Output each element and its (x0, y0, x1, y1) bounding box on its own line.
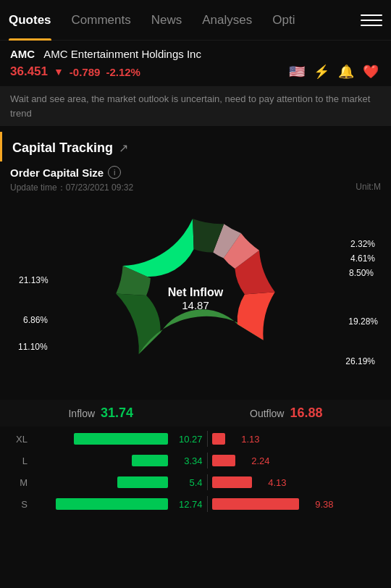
stock-action-icons: 🇺🇸 ⚡ 🔔 ❤️ (287, 62, 381, 82)
bar-row: XL 10.27 1.13 (10, 431, 381, 447)
bar-row: L 3.34 2.24 (10, 453, 381, 469)
bar-divider (207, 474, 208, 490)
donut-chart-svg (87, 197, 304, 400)
bar-right-area: 2.24 (212, 455, 382, 466)
stock-price: 36.451 (10, 64, 48, 79)
pct-label-850: 8.50% (349, 268, 374, 278)
outflow-value: 16.88 (290, 406, 322, 421)
tab-quotes[interactable]: Quotes (9, 0, 62, 41)
pct-label-2619: 26.19% (345, 356, 375, 366)
bar-left-area: 5.4 (33, 476, 203, 488)
price-arrow: ▼ (54, 66, 64, 77)
tab-news[interactable]: News (141, 0, 193, 41)
bar-left-area: 12.74 (33, 498, 203, 510)
lightning-icon[interactable]: ⚡ (311, 62, 332, 82)
stock-info: AMC AMC Entertainment Holdings Inc 36.45… (0, 41, 391, 86)
flag-icon[interactable]: 🇺🇸 (287, 62, 307, 82)
pct-label-686: 6.86% (23, 315, 48, 325)
price-change: -0.789 (70, 66, 101, 78)
bar-fill-green (132, 455, 168, 466)
info-icon[interactable]: i (108, 166, 121, 179)
bar-right-area: 9.38 (212, 498, 382, 510)
pct-label-461: 4.61% (350, 253, 375, 264)
bar-val-green: 5.4 (174, 477, 203, 488)
bar-right-area: 4.13 (212, 476, 382, 488)
bar-val-green: 3.34 (174, 455, 203, 466)
inflow-label: Inflow (68, 408, 95, 419)
bar-left-area: 3.34 (33, 455, 203, 466)
bar-val-red: 4.13 (258, 477, 287, 488)
bar-right-area: 1.13 (212, 433, 382, 445)
order-capital-title: Order Capital Size (10, 167, 104, 179)
bar-size-label: XL (10, 434, 28, 445)
price-pct: -2.12% (106, 66, 140, 78)
update-time: Update time：07/23/2021 09:32 (10, 182, 133, 194)
bar-fill-red (212, 498, 299, 510)
comment-banner: Wait and see area, the market outlook is… (0, 86, 391, 126)
stock-ticker-row: AMC AMC Entertainment Holdings Inc (10, 48, 381, 60)
bar-val-red: 9.38 (305, 499, 334, 510)
menu-button[interactable] (361, 9, 382, 31)
bar-val-red: 2.24 (241, 455, 270, 466)
order-capital-header: Order Capital Size i (10, 166, 381, 179)
capital-tracking-title: Capital Tracking (12, 140, 113, 156)
alert-icon[interactable]: 🔔 (336, 62, 356, 82)
bar-val-green: 10.27 (174, 434, 203, 445)
header-nav: Quotes Comments News Analyses Opti (0, 0, 391, 41)
bar-size-label: S (10, 499, 28, 510)
unit-label: Unit:M (356, 182, 381, 194)
pct-label-232: 2.32% (350, 239, 375, 249)
bar-val-red: 1.13 (231, 434, 260, 445)
inflow-value: 31.74 (101, 406, 133, 421)
pct-label-1110: 11.10% (18, 342, 48, 352)
export-icon[interactable]: ↗ (119, 141, 128, 155)
bar-val-green: 12.74 (174, 499, 203, 510)
bar-fill-red (212, 455, 235, 466)
bar-fill-green (117, 476, 168, 488)
outflow-label: Outflow (250, 408, 284, 419)
bar-size-label: L (10, 455, 28, 466)
outflow-item: Outflow 16.88 (250, 406, 323, 421)
ticker-code: AMC (10, 48, 35, 60)
bar-size-label: M (10, 477, 28, 488)
update-time-row: Update time：07/23/2021 09:32 Unit:M (10, 182, 381, 194)
tab-analyses[interactable]: Analyses (192, 0, 262, 41)
nav-tabs: Quotes Comments News Analyses Opti (9, 0, 361, 41)
donut-chart-area: Net Inflow 14.87 21.13% 6.86% 11.10% 26.… (0, 197, 391, 400)
inflow-item: Inflow 31.74 (68, 406, 133, 421)
company-name: AMC Entertainment Holdings Inc (43, 48, 201, 60)
comment-text: Wait and see area, the market outlook is… (10, 93, 370, 119)
flow-row: Inflow 31.74 Outflow 16.88 (0, 400, 391, 427)
bar-fill-green (74, 433, 168, 445)
pct-label-1928: 19.28% (348, 316, 378, 327)
tab-opti[interactable]: Opti (262, 0, 305, 41)
bar-divider (207, 453, 208, 469)
bar-row: S 12.74 9.38 (10, 496, 381, 512)
bar-divider (207, 431, 208, 447)
order-capital-section: Order Capital Size i Update time：07/23/2… (0, 161, 391, 197)
stock-price-row: 36.451 ▼ -0.789 -2.12% 🇺🇸 ⚡ 🔔 ❤️ (10, 62, 381, 82)
pct-label-2113: 21.13% (19, 275, 49, 285)
tab-comments[interactable]: Comments (62, 0, 141, 41)
capital-tracking-header: Capital Tracking ↗ (0, 132, 391, 161)
bar-row: M 5.4 4.13 (10, 474, 381, 490)
bar-fill-green (56, 498, 168, 510)
bar-divider (207, 496, 208, 512)
bar-fill-red (212, 476, 252, 488)
bar-fill-red (212, 433, 225, 445)
bar-table: XL 10.27 1.13 L 3.34 2.24 M (0, 427, 391, 526)
bar-left-area: 10.27 (33, 433, 203, 445)
favorite-icon[interactable]: ❤️ (361, 62, 381, 82)
